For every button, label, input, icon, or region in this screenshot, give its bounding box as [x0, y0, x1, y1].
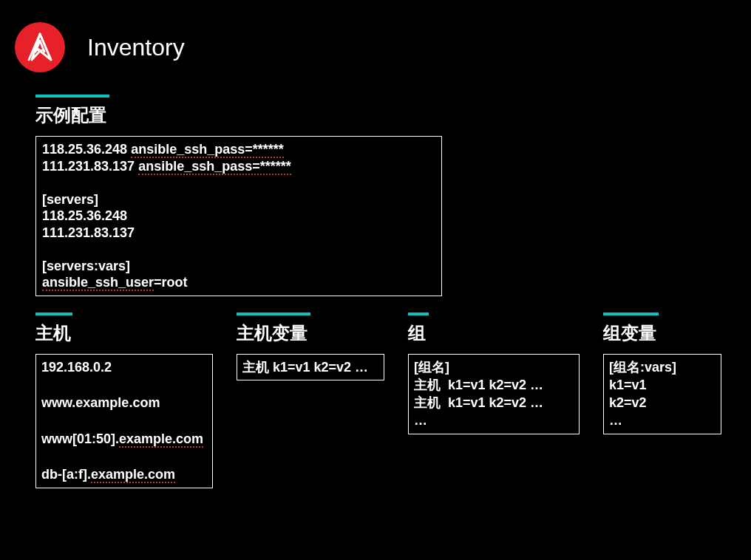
- groups-code-box: [组名] 主机 k1=v1 k2=v2 … 主机 k1=v1 k2=v2 … …: [408, 354, 580, 434]
- hosts-code-box: 192.168.0.2 www.example.com www[01:50].e…: [35, 354, 213, 488]
- group-vars-line1: [组名:vars]: [609, 360, 676, 375]
- slide-header: Inventory: [0, 0, 751, 72]
- hosts-line2: www.example.com: [41, 395, 160, 410]
- ansible-a-icon: [27, 33, 52, 62]
- host-vars-line1: 主机 k1=v1 k2=v2 …: [242, 360, 368, 375]
- hosts-line4: db-[a:f].: [41, 467, 91, 482]
- columns-container: 主机 192.168.0.2 www.example.com www[01:50…: [35, 313, 751, 488]
- host-vars-code-box: 主机 k1=v1 k2=v2 …: [237, 354, 384, 380]
- group-vars-code-box: [组名:vars] k1=v1 k2=v2 …: [603, 354, 721, 434]
- column-hosts: 主机 192.168.0.2 www.example.com www[01:50…: [35, 313, 213, 488]
- example-line1-underlined: ansible_ssh_pass=******: [131, 142, 284, 158]
- example-vars-line-underlined: ansible_ssh_user: [42, 275, 154, 291]
- group-vars-line2: k1=v1: [609, 378, 647, 392]
- groups-heading: 组: [408, 313, 580, 345]
- column-host-vars: 主机变量 主机 k1=v1 k2=v2 …: [237, 313, 384, 488]
- example-vars-line-rest: =root: [154, 275, 188, 290]
- example-server-ip2: 111.231.83.137: [42, 225, 135, 240]
- group-vars-heading: 组变量: [603, 313, 721, 345]
- example-line1: 118.25.36.248: [42, 142, 131, 157]
- column-group-vars: 组变量 [组名:vars] k1=v1 k2=v2 …: [603, 313, 721, 488]
- groups-line1: [组名]: [414, 360, 449, 375]
- example-line2-underlined: ansible_ssh_pass=******: [138, 159, 291, 175]
- example-server-ip1: 118.25.36.248: [42, 208, 127, 223]
- example-line2: 111.231.83.137: [42, 159, 138, 174]
- group-vars-line3: k2=v2: [609, 395, 647, 410]
- host-vars-heading: 主机变量: [237, 313, 384, 345]
- groups-line2: 主机 k1=v1 k2=v2 …: [414, 378, 543, 392]
- hosts-line4-underlined: example.com: [91, 467, 175, 483]
- example-heading: 示例配置: [35, 95, 442, 127]
- groups-line4: …: [414, 413, 427, 428]
- hosts-line3-underlined: example.com: [119, 431, 203, 448]
- groups-line3: 主机 k1=v1 k2=v2 …: [414, 395, 543, 410]
- column-groups: 组 [组名] 主机 k1=v1 k2=v2 … 主机 k1=v1 k2=v2 ……: [408, 313, 580, 488]
- hosts-line1: 192.168.0.2: [41, 360, 112, 375]
- example-code-box: 118.25.36.248 ansible_ssh_pass=****** 11…: [35, 136, 442, 296]
- hosts-line3: www[01:50].: [41, 431, 119, 446]
- example-section: 示例配置 118.25.36.248 ansible_ssh_pass=****…: [35, 95, 442, 296]
- hosts-heading: 主机: [35, 313, 213, 345]
- page-title: Inventory: [87, 34, 185, 61]
- group-vars-line4: …: [609, 413, 622, 428]
- example-vars-header: [servers:vars]: [42, 259, 130, 273]
- example-servers-header: [servers]: [42, 192, 98, 207]
- ansible-logo-icon: [15, 22, 65, 72]
